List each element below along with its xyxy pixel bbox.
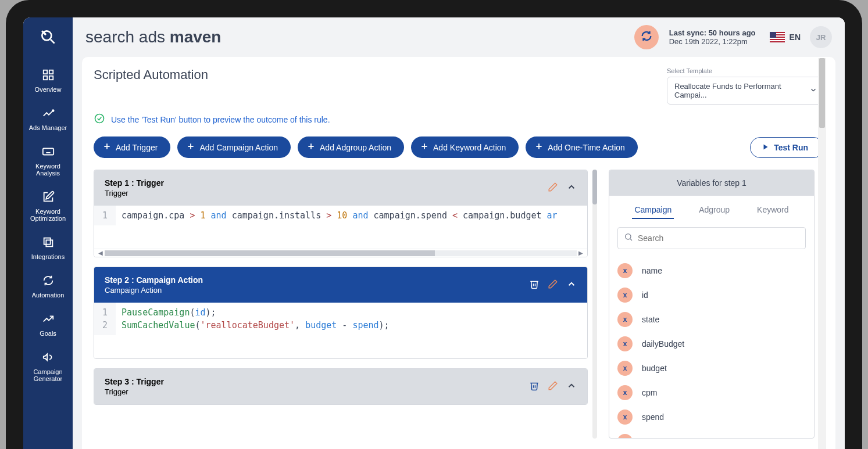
code-line: campaign.cpa > 1 and campaign.installs >… — [116, 206, 587, 225]
sidebar-item-label: Integrations — [31, 253, 65, 260]
svg-rect-19 — [770, 40, 785, 41]
step-1: Step 1 : Trigger Trigger — [94, 170, 588, 257]
layers-icon — [42, 236, 55, 250]
code-editor-1[interactable]: 1 campaign.cpa > 1 and campaign.installs… — [94, 206, 587, 225]
step-title: Step 3 : Trigger — [105, 377, 529, 386]
vars-tabs: Campaign Adgroup Keyword — [609, 196, 814, 225]
brand-bold: maven — [170, 28, 222, 46]
tab-keyword[interactable]: Keyword — [755, 202, 791, 219]
sidebar-item-keyword-analysis[interactable]: Keyword Analysis — [23, 139, 73, 185]
var-name: dailyBudget — [642, 339, 684, 349]
window-scrollbar[interactable] — [818, 58, 826, 449]
var-item[interactable]: xspend — [617, 405, 806, 429]
var-item[interactable]: xbudget — [617, 356, 806, 380]
language-selector[interactable]: EN — [790, 33, 801, 42]
sidebar-item-ads-manager[interactable]: Ads Manager — [23, 101, 73, 139]
button-label: Add Trigger — [116, 143, 158, 152]
svg-point-33 — [626, 234, 631, 239]
svg-rect-7 — [42, 149, 53, 155]
step-subtitle: Trigger — [105, 387, 529, 396]
step-3: Step 3 : Trigger Trigger — [94, 368, 588, 405]
sync-text: Last sync: 50 hours ago Dec 19th 2022, 1… — [669, 28, 756, 46]
button-label: Test Run — [774, 143, 808, 152]
chevron-up-icon[interactable] — [566, 182, 577, 195]
add-onetime-action-button[interactable]: Add One-Time Action — [526, 137, 638, 158]
tab-campaign[interactable]: Campaign — [632, 202, 674, 219]
scrollbar-thumb[interactable] — [592, 170, 597, 204]
sync-icon — [640, 30, 653, 45]
svg-rect-2 — [43, 70, 47, 74]
code-editor-2[interactable]: 12 PauseCampaign(id);SumCachedValue('rea… — [94, 303, 587, 335]
var-item[interactable]: xcpa — [617, 429, 806, 438]
chevron-up-icon[interactable] — [566, 380, 577, 393]
step-2-header[interactable]: Step 2 : Campaign Action Campaign Action — [94, 267, 587, 303]
sync-button[interactable] — [634, 25, 659, 49]
avatar[interactable]: JR — [810, 26, 832, 48]
chevron-up-icon[interactable] — [566, 279, 577, 292]
var-item[interactable]: xdailyBudget — [617, 332, 806, 356]
step-2: Step 2 : Campaign Action Campaign Action — [94, 267, 588, 359]
search-input[interactable] — [638, 234, 799, 243]
vars-search[interactable] — [617, 227, 806, 249]
banner-text: Use the 'Test Run' button to preview the… — [111, 115, 330, 124]
vars-list: xname xid xstate xdailyBudget xbudget xc… — [609, 258, 814, 438]
sidebar-item-automation[interactable]: Automation — [23, 268, 73, 307]
svg-line-1 — [51, 39, 55, 44]
variables-panel: Variables for step 1 Campaign Adgroup Ke… — [609, 170, 824, 439]
sidebar-item-goals[interactable]: Goals — [23, 307, 73, 345]
sidebar-item-overview[interactable]: Overview — [23, 63, 73, 101]
button-label: Add Campaign Action — [199, 143, 278, 152]
add-campaign-action-button[interactable]: Add Campaign Action — [177, 137, 291, 158]
brand: search ads maven — [85, 28, 221, 46]
sidebar-item-label: Keyword Optimization — [26, 208, 70, 222]
pencil-icon[interactable] — [548, 380, 558, 393]
svg-rect-18 — [770, 38, 785, 39]
var-item[interactable]: xstate — [617, 307, 806, 332]
step-3-header[interactable]: Step 3 : Trigger Trigger — [94, 369, 587, 404]
scrollbar-thumb[interactable] — [819, 58, 825, 128]
var-item[interactable]: xname — [617, 258, 806, 283]
add-trigger-button[interactable]: Add Trigger — [94, 137, 170, 158]
step-1-body: 1 campaign.cpa > 1 and campaign.installs… — [94, 206, 587, 257]
plus-icon — [420, 142, 428, 152]
var-item[interactable]: xid — [617, 283, 806, 307]
scroll-track[interactable] — [105, 250, 577, 256]
svg-point-21 — [95, 114, 104, 123]
step-subtitle: Campaign Action — [105, 286, 529, 294]
add-keyword-action-button[interactable]: Add Keyword Action — [411, 137, 519, 158]
tab-adgroup[interactable]: Adgroup — [696, 202, 732, 219]
step-1-header[interactable]: Step 1 : Trigger Trigger — [94, 170, 587, 206]
var-item[interactable]: xcpm — [617, 380, 806, 405]
trash-icon[interactable] — [529, 279, 540, 292]
var-name: state — [642, 315, 659, 324]
topbar: search ads maven Last sync: 50 hours ago… — [73, 17, 845, 57]
edit-icon — [42, 191, 55, 204]
var-name: cpm — [642, 388, 657, 397]
pencil-icon[interactable] — [548, 182, 558, 195]
add-adgroup-action-button[interactable]: Add Adgroup Action — [298, 137, 404, 158]
sidebar-item-keyword-optimization[interactable]: Keyword Optimization — [23, 185, 73, 230]
scroll-left-icon[interactable]: ◀ — [97, 250, 105, 256]
sidebar-item-integrations[interactable]: Integrations — [23, 230, 73, 268]
steps-scrollbar[interactable] — [592, 170, 597, 439]
var-name: name — [642, 266, 662, 275]
svg-line-34 — [630, 239, 632, 240]
trash-icon[interactable] — [529, 380, 540, 393]
var-chip: x — [617, 312, 633, 327]
scroll-right-icon[interactable]: ▶ — [577, 250, 585, 256]
step-2-body: 12 PauseCampaign(id);SumCachedValue('rea… — [94, 303, 587, 358]
sidebar-item-campaign-generator[interactable]: Campaign Generator — [23, 345, 73, 390]
test-run-button[interactable]: Test Run — [750, 137, 824, 158]
grid-icon — [42, 69, 55, 82]
flag-icon[interactable] — [770, 32, 785, 42]
button-label: Add Adgroup Action — [320, 143, 391, 152]
horizontal-scrollbar[interactable]: ◀ ▶ — [94, 249, 587, 257]
app-logo-icon — [39, 28, 58, 49]
var-chip: x — [617, 410, 633, 425]
pencil-icon[interactable] — [548, 279, 558, 292]
template-select[interactable]: Reallocate Funds to Performant Campai... — [667, 77, 824, 105]
step-subtitle: Trigger — [105, 189, 548, 197]
sidebar-item-label: Automation — [32, 292, 65, 299]
scroll-thumb[interactable] — [105, 250, 435, 256]
var-name: cpa — [642, 437, 655, 438]
